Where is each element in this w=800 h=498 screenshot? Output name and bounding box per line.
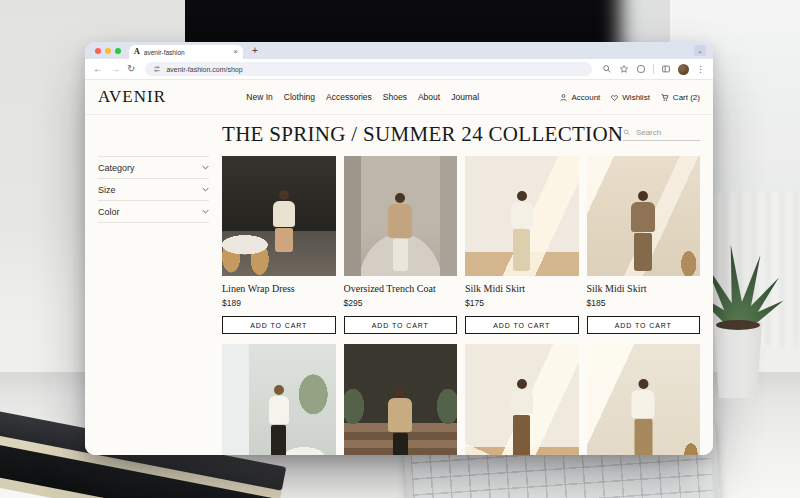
close-tab-icon[interactable]: ×	[233, 48, 238, 56]
filter-label: Color	[98, 207, 120, 217]
model-figure	[631, 191, 655, 271]
site-settings-icon	[153, 65, 161, 73]
product-card: Oversized Trench Coat $295 ADD TO CART	[344, 156, 458, 334]
wishlist-label: Wishlist	[622, 93, 650, 102]
product-image[interactable]	[465, 344, 579, 455]
tab-title: avenir-fashion	[144, 49, 230, 56]
nav-item-journal[interactable]: Journal	[451, 92, 479, 102]
product-card: Silk Midi Skirt $185 ADD TO CART	[587, 156, 701, 334]
nav-item-new-in[interactable]: New In	[246, 92, 272, 102]
product-name[interactable]: Silk Midi Skirt	[587, 283, 701, 294]
account-icon	[559, 93, 568, 102]
close-window-button[interactable]	[95, 48, 101, 54]
model-figure	[273, 190, 295, 252]
search-icon	[623, 128, 631, 137]
menu-kebab-icon[interactable]: ⋮	[696, 65, 705, 74]
browser-window: A avenir-fashion × + ⌄ ← → ↻ avenir-fash…	[85, 42, 713, 455]
product-image[interactable]	[465, 156, 579, 276]
nav-item-about[interactable]: About	[418, 92, 440, 102]
product-name[interactable]: Linen Wrap Dress	[222, 283, 336, 294]
product-name[interactable]: Oversized Trench Coat	[344, 283, 458, 294]
web-page: AVENIR New In Clothing Accessories Shoes…	[85, 80, 713, 455]
profile-avatar[interactable]	[678, 64, 689, 75]
browser-tab[interactable]: A avenir-fashion ×	[129, 45, 243, 59]
product-name[interactable]: Silk Midi Skirt	[465, 283, 579, 294]
extensions-icon[interactable]	[636, 64, 646, 74]
product-price: $175	[465, 298, 579, 308]
account-link[interactable]: Account	[559, 93, 600, 102]
site-logo[interactable]: AVENIR	[98, 87, 166, 107]
model-figure	[511, 191, 533, 271]
filter-size[interactable]: Size	[98, 179, 209, 201]
chevron-down-icon	[202, 187, 209, 192]
zoom-icon[interactable]	[602, 64, 612, 74]
cart-icon	[660, 93, 670, 102]
nav-item-accessories[interactable]: Accessories	[326, 92, 372, 102]
product-card	[344, 344, 458, 455]
bookmark-star-icon[interactable]	[619, 64, 629, 74]
filter-sidebar: Category Size Color	[98, 156, 209, 455]
content-area: Category Size Color Linen Wrap Dress $18…	[85, 152, 713, 455]
toolbar-actions: ⋮	[602, 64, 705, 75]
tab-favicon: A	[134, 48, 140, 56]
model-figure	[632, 379, 655, 455]
add-to-cart-button[interactable]: ADD TO CART	[587, 316, 701, 334]
tab-bar: A avenir-fashion × + ⌄	[85, 42, 713, 59]
new-tab-button[interactable]: +	[252, 46, 258, 56]
maximize-window-button[interactable]	[115, 48, 121, 54]
product-price: $185	[587, 298, 701, 308]
minimize-window-button[interactable]	[105, 48, 111, 54]
browser-toolbar: ← → ↻ avenir-fashion.com/shop ⋮	[85, 59, 713, 80]
nav-item-clothing[interactable]: Clothing	[284, 92, 315, 102]
tab-search-chevron-icon[interactable]: ⌄	[694, 45, 706, 56]
product-grid: Linen Wrap Dress $189 ADD TO CART Oversi…	[222, 156, 700, 455]
product-image[interactable]	[587, 156, 701, 276]
product-card	[222, 344, 336, 455]
product-card: Linen Wrap Dress $189 ADD TO CART	[222, 156, 336, 334]
product-image[interactable]	[344, 344, 458, 455]
address-bar[interactable]: avenir-fashion.com/shop	[145, 62, 592, 76]
filter-category[interactable]: Category	[98, 157, 209, 179]
header-utilities: Account Wishlist Cart (2)	[559, 93, 700, 102]
product-image[interactable]	[587, 344, 701, 455]
add-to-cart-button[interactable]: ADD TO CART	[222, 316, 336, 334]
model-figure	[269, 385, 289, 455]
window-controls[interactable]	[85, 48, 129, 54]
nav-item-shoes[interactable]: Shoes	[383, 92, 407, 102]
wishlist-link[interactable]: Wishlist	[610, 93, 650, 102]
add-to-cart-button[interactable]: ADD TO CART	[344, 316, 458, 334]
main-nav: New In Clothing Accessories Shoes About …	[246, 92, 479, 102]
forward-icon[interactable]: →	[110, 64, 120, 74]
account-label: Account	[571, 93, 600, 102]
product-price: $295	[344, 298, 458, 308]
url-text: avenir-fashion.com/shop	[166, 66, 242, 73]
product-image[interactable]	[344, 156, 458, 276]
site-header: AVENIR New In Clothing Accessories Shoes…	[85, 80, 713, 115]
cart-label: Cart (2)	[673, 93, 700, 102]
desk-scene: A avenir-fashion × + ⌄ ← → ↻ avenir-fash…	[0, 0, 800, 498]
product-card: Silk Midi Skirt $175 ADD TO CART	[465, 156, 579, 334]
chevron-down-icon	[202, 209, 209, 214]
filter-label: Category	[98, 163, 135, 173]
search-box[interactable]	[623, 128, 700, 141]
chevron-down-icon	[202, 165, 209, 170]
toolbar-divider	[653, 64, 654, 74]
product-card	[587, 344, 701, 455]
add-to-cart-button[interactable]: ADD TO CART	[465, 316, 579, 334]
page-head: THE SPRING / SUMMER 24 COLLECTION	[85, 115, 713, 152]
product-image[interactable]	[222, 156, 336, 276]
model-figure	[388, 387, 412, 455]
model-figure	[388, 193, 412, 271]
filter-color[interactable]: Color	[98, 201, 209, 223]
back-icon[interactable]: ←	[93, 64, 103, 74]
model-figure	[511, 379, 533, 455]
heart-icon	[610, 93, 619, 102]
search-input[interactable]	[636, 128, 700, 137]
product-card	[465, 344, 579, 455]
side-panel-icon[interactable]	[661, 64, 671, 74]
cart-link[interactable]: Cart (2)	[660, 93, 700, 102]
page-title: THE SPRING / SUMMER 24 COLLECTION	[222, 122, 623, 146]
product-price: $189	[222, 298, 336, 308]
reload-icon[interactable]: ↻	[127, 64, 135, 74]
product-image[interactable]	[222, 344, 336, 455]
